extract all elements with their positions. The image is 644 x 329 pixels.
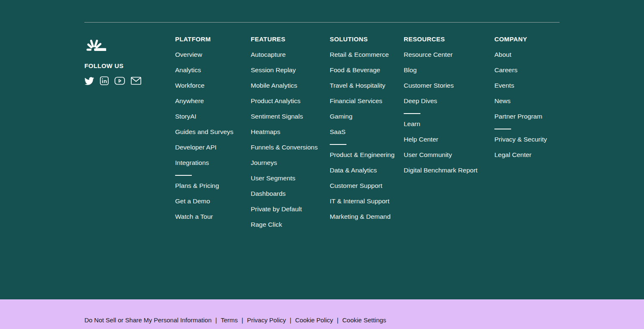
list-item: Partner Program <box>494 113 547 120</box>
list-item: News <box>494 98 547 104</box>
list-item: Food & Beverage <box>330 67 404 73</box>
legal-link-terms[interactable]: Terms <box>221 316 238 324</box>
social-link-youtube[interactable] <box>115 77 125 85</box>
footer-main-section: FOLLOW US <box>0 22 644 299</box>
footer-link-digital-benchmark-report[interactable]: Digital Benchmark Report <box>404 167 478 174</box>
footer-link-careers[interactable]: Careers <box>494 66 517 73</box>
footer-link-session-replay[interactable]: Session Replay <box>251 66 296 73</box>
list-item: Customer Support <box>330 182 404 189</box>
list-item: Anywhere <box>175 98 251 104</box>
list-item: Retail & Ecommerce <box>330 51 404 58</box>
footer-link-customer-support[interactable]: Customer Support <box>330 182 382 189</box>
list-item: Analytics <box>175 67 251 73</box>
legal-separator: | <box>215 316 217 324</box>
page-footer: FOLLOW US <box>0 22 644 329</box>
social-link-twitter[interactable] <box>84 77 94 85</box>
footer-link-heatmaps[interactable]: Heatmaps <box>251 128 280 135</box>
list-item: Blog <box>404 67 494 73</box>
footer-link-product-engineering[interactable]: Product & Engineering <box>330 151 395 158</box>
footer-link-deep-dives[interactable]: Deep Dives <box>404 97 437 104</box>
footer-link-rage-click[interactable]: Rage Click <box>251 221 282 228</box>
footer-link-guides-and-surveys[interactable]: Guides and Surveys <box>175 128 234 135</box>
column-title-company: COMPANY <box>494 36 547 43</box>
legal-link-cookie-policy[interactable]: Cookie Policy <box>295 316 333 324</box>
footer-link-gaming[interactable]: Gaming <box>330 113 352 120</box>
column-title-solutions: SOLUTIONS <box>330 36 404 43</box>
footer-link-get-a-demo[interactable]: Get a Demo <box>175 197 210 205</box>
footer-link-watch-a-tour[interactable]: Watch a Tour <box>175 213 213 220</box>
list-item: SaaS <box>330 129 404 135</box>
footer-link-storyai[interactable]: StoryAI <box>175 113 196 120</box>
footer-link-blog[interactable]: Blog <box>404 66 417 73</box>
footer-link-legal-center[interactable]: Legal Center <box>494 151 532 158</box>
footer-link-product-analytics[interactable]: Product Analytics <box>251 97 300 104</box>
brand-column: FOLLOW US <box>84 36 175 237</box>
footer-column-platform: PLATFORMOverviewAnalyticsWorkforceAnywhe… <box>175 36 251 237</box>
footer-link-funnels-conversions[interactable]: Funnels & Conversions <box>251 144 318 151</box>
list-item: IT & Internal Support <box>330 198 404 205</box>
list-item: Guides and Surveys <box>175 129 251 135</box>
footer-link-developer-api[interactable]: Developer API <box>175 144 216 151</box>
list-item: Journeys <box>251 159 330 166</box>
footer-link-workforce[interactable]: Workforce <box>175 82 204 89</box>
legal-separator: | <box>290 316 291 324</box>
legal-link-privacy-policy[interactable]: Privacy Policy <box>247 316 286 324</box>
list-item: User Segments <box>251 175 330 182</box>
footer-column-solutions: SOLUTIONSRetail & EcommerceFood & Bevera… <box>330 36 404 237</box>
footer-link-user-segments[interactable]: User Segments <box>251 175 295 182</box>
social-icons-row <box>84 76 175 85</box>
footer-link-it-internal-support[interactable]: IT & Internal Support <box>330 197 389 205</box>
list-item: Gaming <box>330 113 404 120</box>
social-link-linkedin[interactable] <box>100 76 109 85</box>
link-list: OverviewAnalyticsWorkforceAnywhereStoryA… <box>175 51 251 166</box>
footer-link-help-center[interactable]: Help Center <box>404 136 438 143</box>
list-item: Careers <box>494 67 547 73</box>
footer-link-dashboards[interactable]: Dashboards <box>251 190 286 197</box>
list-item: Heatmaps <box>251 129 330 135</box>
footer-link-travel-hospitality[interactable]: Travel & Hospitality <box>330 82 385 89</box>
footer-link-data-analytics[interactable]: Data & Analytics <box>330 167 377 174</box>
footer-link-mobile-analytics[interactable]: Mobile Analytics <box>251 82 297 89</box>
legal-link-cookie-settings[interactable]: Cookie Settings <box>342 316 386 324</box>
footer-link-analytics[interactable]: Analytics <box>175 66 201 73</box>
footer-link-integrations[interactable]: Integrations <box>175 159 209 166</box>
footer-link-marketing-demand[interactable]: Marketing & Demand <box>330 213 391 220</box>
footer-link-partner-program[interactable]: Partner Program <box>494 113 542 120</box>
link-list: Privacy & SecurityLegal Center <box>494 136 547 158</box>
list-item: Workforce <box>175 82 251 89</box>
footer-link-resource-center[interactable]: Resource Center <box>404 51 453 58</box>
list-item: Digital Benchmark Report <box>404 167 494 174</box>
column-title-platform: PLATFORM <box>175 36 251 43</box>
social-link-email[interactable] <box>131 77 141 85</box>
footer-link-user-community[interactable]: User Community <box>404 151 452 158</box>
footer-link-learn[interactable]: Learn <box>404 120 420 127</box>
footer-link-sentiment-signals[interactable]: Sentiment Signals <box>251 113 303 120</box>
footer-link-privacy-security[interactable]: Privacy & Security <box>494 136 547 143</box>
footer-link-about[interactable]: About <box>494 51 512 58</box>
footer-link-private-by-default[interactable]: Private by Default <box>251 205 302 213</box>
column-title-resources: RESOURCES <box>404 36 494 43</box>
legal-link-do-not-sell-or-share-my-personal-information[interactable]: Do Not Sell or Share My Personal Informa… <box>84 316 211 324</box>
footer-link-anywhere[interactable]: Anywhere <box>175 97 204 104</box>
footer-link-food-beverage[interactable]: Food & Beverage <box>330 66 380 73</box>
footer-link-retail-ecommerce[interactable]: Retail & Ecommerce <box>330 51 389 58</box>
footer-link-plans-pricing[interactable]: Plans & Pricing <box>175 182 219 189</box>
footer-link-journeys[interactable]: Journeys <box>251 159 277 166</box>
list-item: User Community <box>404 152 494 158</box>
footer-link-events[interactable]: Events <box>494 82 514 89</box>
group-divider <box>494 129 511 129</box>
list-item: Travel & Hospitality <box>330 82 404 89</box>
footer-link-autocapture[interactable]: Autocapture <box>251 51 286 58</box>
link-list: Plans & PricingGet a DemoWatch a Tour <box>175 182 251 220</box>
link-list: Product & EngineeringData & AnalyticsCus… <box>330 152 404 220</box>
email-icon <box>131 77 141 85</box>
footer-link-news[interactable]: News <box>494 97 511 104</box>
list-item: Private by Default <box>251 206 330 213</box>
list-item: Watch a Tour <box>175 213 251 220</box>
link-list: AutocaptureSession ReplayMobile Analytic… <box>251 51 330 228</box>
footer-link-customer-stories[interactable]: Customer Stories <box>404 82 454 89</box>
list-item: Mobile Analytics <box>251 82 330 89</box>
footer-link-overview[interactable]: Overview <box>175 51 202 58</box>
footer-link-saas[interactable]: SaaS <box>330 128 346 135</box>
footer-link-financial-services[interactable]: Financial Services <box>330 97 382 104</box>
